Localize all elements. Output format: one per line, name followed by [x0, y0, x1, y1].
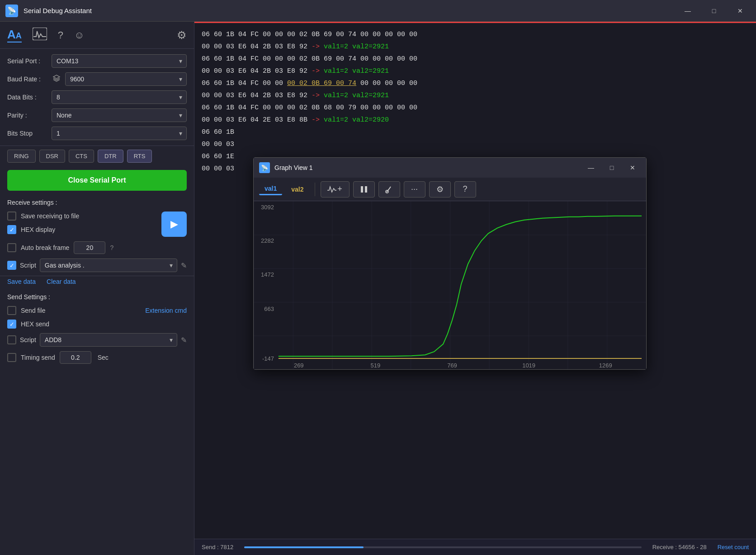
serial-line-1: 06 60 1B 04 FC 00 00 00 02 0B 69 00 74 0…: [202, 28, 749, 41]
hex-send-row: HEX send: [7, 320, 187, 329]
svg-text:2282: 2282: [261, 237, 274, 244]
more-button[interactable]: ···: [404, 181, 425, 198]
send-script-edit-icon[interactable]: ✎: [181, 336, 187, 344]
graph-area: 3092 2282 1472 663 -147 269 519 769 1019…: [254, 201, 646, 369]
svg-text:1019: 1019: [522, 362, 535, 369]
ring-button[interactable]: RING: [7, 150, 36, 163]
save-to-file-checkbox[interactable]: [7, 212, 16, 221]
auto-break-checkbox[interactable]: [7, 243, 16, 252]
graph-view: 📡 Graph View 1 — □ ✕ val1 val2 +: [253, 157, 647, 370]
serial-port-label: Serial Port :: [7, 57, 48, 65]
serial-line-4: 00 00 03 E6 04 2B 03 E8 92 -> val1=2 val…: [202, 65, 749, 77]
paint-button[interactable]: [378, 181, 400, 198]
save-to-file-row: Save receiving to file: [7, 212, 158, 221]
send-settings-title: Send Settings :: [0, 289, 194, 302]
left-panel: AA ? ☺ ⚙ Serial Port : COM13 Baud Rate :: [0, 22, 194, 555]
svg-rect-6: [365, 186, 367, 193]
settings-icon[interactable]: ⚙: [177, 29, 187, 42]
maximize-button[interactable]: □: [704, 4, 724, 18]
parity-select[interactable]: None: [52, 108, 187, 122]
app-title: Serial Debug Assistant: [24, 7, 672, 14]
serial-port-select[interactable]: COM13: [52, 54, 187, 68]
reset-count-button[interactable]: Reset count: [718, 544, 749, 550]
graph-svg: 3092 2282 1472 663 -147 269 519 769 1019…: [254, 201, 646, 369]
nav-icon-text[interactable]: AA: [7, 28, 22, 42]
send-script-row: Script ADD8 ✎: [7, 333, 187, 347]
script-edit-icon[interactable]: ✎: [181, 261, 187, 270]
timing-send-checkbox[interactable]: [7, 353, 16, 362]
extension-cmd-button[interactable]: Extension cmd: [145, 307, 187, 314]
channel-val1[interactable]: val1: [259, 183, 282, 195]
data-bits-label: Data Bits :: [7, 94, 48, 101]
auto-break-input[interactable]: [74, 241, 105, 254]
hex-send-label: HEX send: [21, 320, 49, 328]
timing-send-input[interactable]: [60, 351, 91, 364]
script-checkbox[interactable]: [7, 261, 16, 270]
play-button[interactable]: ▶: [161, 212, 187, 237]
graph-icon: 📡: [259, 162, 270, 173]
data-bits-select[interactable]: 8: [52, 90, 187, 104]
save-data-button[interactable]: Save data: [7, 278, 36, 285]
stop-bits-select[interactable]: 1: [52, 127, 187, 140]
send-file-checkbox[interactable]: [7, 306, 16, 315]
stop-bits-select-wrapper: 1: [52, 127, 187, 140]
close-button[interactable]: ✕: [730, 4, 751, 18]
nav-icon-waveform[interactable]: [33, 28, 47, 43]
graph-close-button[interactable]: ✕: [624, 161, 641, 174]
channel-val2[interactable]: val2: [286, 184, 309, 195]
app-body: AA ? ☺ ⚙ Serial Port : COM13 Baud Rate :: [0, 22, 756, 555]
close-serial-port-button[interactable]: Close Serial Port: [7, 170, 187, 191]
send-script-select[interactable]: ADD8: [40, 333, 177, 347]
receive-count: Receive : 54656 - 28: [652, 544, 707, 550]
dtr-button[interactable]: DTR: [98, 150, 123, 163]
script-label: Script: [20, 262, 36, 269]
graph-settings-button[interactable]: ⚙: [429, 181, 451, 198]
data-actions: Save data Clear data: [0, 276, 194, 289]
hex-display-checkbox[interactable]: [7, 225, 16, 234]
parity-select-wrapper: None: [52, 108, 187, 122]
nav-icon-emoji[interactable]: ☺: [74, 29, 84, 41]
svg-text:769: 769: [447, 362, 457, 369]
minimize-button[interactable]: —: [677, 4, 698, 18]
svg-text:3092: 3092: [261, 204, 274, 211]
save-to-file-label: Save receiving to file: [21, 212, 79, 220]
nav-bar: AA ? ☺ ⚙: [0, 22, 194, 49]
parity-label: Parity :: [7, 112, 48, 119]
progress-fill: [244, 546, 364, 548]
toolbar-separator: [315, 183, 315, 196]
data-bits-row: Data Bits : 8: [7, 90, 187, 104]
timing-send-row: Timing send Sec: [7, 351, 187, 364]
dsr-button[interactable]: DSR: [39, 150, 65, 163]
stop-bits-label: Bits Stop: [7, 130, 48, 137]
script-select[interactable]: Gas analysis .: [40, 259, 177, 272]
svg-text:269: 269: [294, 362, 304, 369]
auto-break-row: Auto break frame ?: [7, 241, 187, 254]
graph-maximize-button[interactable]: □: [604, 161, 620, 174]
svg-rect-9: [254, 201, 646, 369]
baud-rate-select-wrapper: 9600: [65, 72, 187, 86]
send-script-select-wrapper: ADD8: [40, 333, 177, 347]
status-bar: Send : 7812 Receive : 54656 - 28 Reset c…: [194, 539, 756, 555]
svg-rect-5: [361, 186, 363, 193]
clear-data-button[interactable]: Clear data: [47, 278, 76, 285]
app-icon: 📡: [5, 5, 18, 17]
timing-send-label: Timing send: [21, 354, 55, 361]
nav-icon-help[interactable]: ?: [58, 29, 63, 41]
svg-text:1269: 1269: [599, 362, 612, 369]
waveform-add-button[interactable]: +: [321, 181, 350, 198]
graph-minimize-button[interactable]: —: [583, 161, 599, 174]
signal-buttons: RING DSR CTS DTR RTS: [0, 146, 194, 166]
data-bits-select-wrapper: 8: [52, 90, 187, 104]
rts-button[interactable]: RTS: [127, 150, 152, 163]
hex-display-label: HEX display: [21, 226, 55, 233]
hex-send-checkbox[interactable]: [7, 320, 16, 329]
serial-port-section: Serial Port : COM13 Baud Rate : 9600: [0, 49, 194, 146]
serial-line-8: 00 00 03 E6 04 2E 03 E8 8B -> val1=2 val…: [202, 114, 749, 126]
timing-send-unit: Sec: [98, 354, 109, 361]
auto-break-help-icon[interactable]: ?: [110, 244, 113, 251]
baud-rate-select[interactable]: 9600: [65, 72, 187, 86]
cts-button[interactable]: CTS: [69, 150, 94, 163]
graph-help-button[interactable]: ?: [454, 181, 476, 198]
pause-button[interactable]: [353, 181, 375, 198]
send-script-checkbox[interactable]: [7, 335, 16, 344]
